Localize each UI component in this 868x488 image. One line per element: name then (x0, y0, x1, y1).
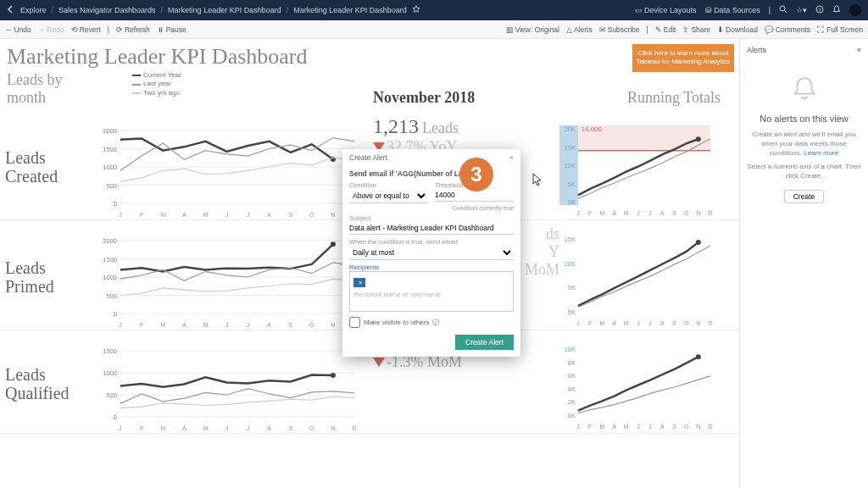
back-icon[interactable] (7, 5, 15, 15)
svg-text:A: A (267, 425, 271, 431)
svg-text:15K: 15K (565, 144, 576, 152)
alerts-panel: Alerts× No alerts on this view Create an… (739, 39, 868, 488)
info-icon[interactable]: ⓘ (432, 318, 439, 327)
svg-text:0: 0 (114, 310, 117, 318)
crumb-workbook[interactable]: Marketing Leader KPI Dashboard (168, 6, 281, 14)
svg-text:A: A (182, 425, 186, 431)
bell-icon (790, 75, 819, 103)
svg-point-116 (696, 354, 701, 359)
condition-select[interactable]: Above or equal to (349, 189, 428, 203)
learn-more-link[interactable]: Learn more (804, 149, 838, 157)
svg-text:M: M (599, 424, 604, 430)
svg-text:F: F (140, 425, 143, 431)
svg-text:O: O (684, 210, 689, 216)
edit-button[interactable]: ✎ Edit (655, 25, 676, 34)
svg-text:J: J (119, 322, 122, 328)
svg-text:M: M (160, 425, 165, 431)
svg-text:O: O (684, 424, 689, 430)
frequency-select[interactable]: Daily at most (349, 246, 514, 260)
alerts-button[interactable]: △ Alerts (566, 25, 593, 34)
svg-text:M: M (624, 320, 629, 326)
svg-text:S: S (288, 322, 292, 328)
svg-text:J: J (247, 322, 250, 328)
create-alert-dialog: Create Alert × Send email if 'AGG(Number… (342, 149, 520, 357)
svg-text:2K: 2K (568, 398, 576, 406)
avatar[interactable] (849, 4, 861, 16)
legend: Current Year Last year Two yrs ago (132, 71, 181, 97)
svg-text:F: F (588, 210, 592, 216)
data-sources-button[interactable]: ⛁ Data Sources (705, 6, 760, 14)
panel-create-button[interactable]: Create (784, 190, 825, 203)
svg-text:A: A (267, 322, 271, 328)
svg-text:O: O (309, 322, 314, 328)
alerts-empty-title: No alerts on this view (747, 114, 861, 124)
undo-button[interactable]: ← Undo (5, 25, 31, 34)
svg-text:1500: 1500 (103, 256, 117, 263)
share-button[interactable]: ⇪ Share (682, 25, 710, 34)
running-chart[interactable]: 0K5K10K15K JFMAMJJASOND (559, 220, 729, 334)
svg-text:A: A (267, 212, 271, 218)
comments-button[interactable]: 💬 Comments (765, 25, 810, 34)
svg-rect-109 (559, 346, 578, 419)
svg-text:1500: 1500 (103, 146, 117, 153)
svg-text:2000: 2000 (103, 127, 117, 135)
refresh-button[interactable]: ⟳ Refresh (116, 25, 150, 34)
svg-text:500: 500 (106, 292, 117, 300)
promo-banner[interactable]: Click here to learn more about Tableau f… (632, 44, 734, 72)
crumb-explore[interactable]: Explore (20, 6, 47, 14)
monthly-chart[interactable]: 0500100015002000JFMAMJJASOND (102, 110, 373, 224)
svg-text:1000: 1000 (103, 164, 117, 171)
svg-text:J: J (225, 425, 229, 431)
notifications-icon[interactable] (832, 5, 841, 15)
svg-point-34 (696, 136, 701, 141)
help-icon[interactable]: ? (815, 5, 824, 15)
svg-text:5K: 5K (568, 180, 576, 188)
svg-text:M: M (624, 210, 629, 216)
pause-button[interactable]: ⏸ Pause (157, 25, 186, 34)
svg-text:M: M (203, 425, 208, 431)
fullscreen-button[interactable]: ⛶ Full Screen (817, 25, 863, 34)
redo-button[interactable]: → Redo (38, 25, 64, 34)
crumb-view[interactable]: Marketing Leader KPI Dashboard (293, 6, 407, 14)
svg-text:1500: 1500 (103, 347, 117, 355)
condition-label: Condition (349, 181, 428, 189)
running-chart[interactable]: 0K2K4K6K8K10K JFMAMJJASOND (559, 330, 729, 437)
favorite-icon[interactable]: ☆▾ (796, 6, 807, 14)
subject-input[interactable] (349, 222, 514, 235)
svg-text:O: O (309, 425, 314, 431)
svg-text:15K: 15K (565, 236, 576, 243)
svg-text:F: F (588, 320, 592, 326)
svg-text:8K: 8K (568, 359, 576, 367)
svg-text:2000: 2000 (103, 237, 117, 245)
subscribe-button[interactable]: ✉ Subscribe (599, 25, 640, 34)
download-button[interactable]: ⬇ Download (717, 25, 758, 34)
running-chart[interactable]: 14,000 0K5K10K15K20K JFMAMJJASOND (559, 110, 729, 224)
svg-text:J: J (576, 424, 580, 430)
svg-text:A: A (182, 212, 186, 218)
revert-button[interactable]: ⟲ Revert (71, 25, 101, 34)
chip-remove-icon[interactable]: × (359, 279, 363, 286)
svg-text:A: A (612, 320, 616, 326)
svg-text:0K: 0K (568, 412, 576, 419)
svg-text:M: M (624, 424, 629, 430)
create-alert-button[interactable]: Create Alert (455, 335, 514, 350)
search-icon[interactable] (779, 5, 787, 15)
svg-text:500: 500 (106, 182, 117, 190)
svg-text:N: N (331, 425, 335, 431)
monthly-chart[interactable]: 050010001500JFMAMJJASOND (102, 330, 373, 437)
star-icon[interactable] (412, 5, 420, 15)
recipient-chip[interactable]: × (353, 278, 365, 287)
svg-text:S: S (672, 424, 676, 430)
alerts-body2: Select a numeric axis of a chart. Then c… (747, 163, 861, 181)
monthly-chart[interactable]: 0500100015002000JFMAMJJASOND (102, 220, 373, 334)
panel-close-icon[interactable]: × (857, 46, 861, 54)
svg-text:?: ? (818, 8, 821, 13)
view-button[interactable]: ▥ View: Original (506, 25, 559, 34)
crumb-folder[interactable]: Sales Navigator Dashboards (58, 6, 156, 14)
recipients-box[interactable]: × Recipient name or username (349, 271, 514, 312)
close-icon[interactable]: × (509, 153, 514, 162)
col-header-month: Leads by month (7, 71, 102, 107)
svg-text:F: F (140, 322, 143, 328)
device-layouts-button[interactable]: ▭ Device Layouts (635, 6, 697, 14)
visible-checkbox[interactable]: Make visible to others ⓘ (349, 317, 514, 328)
